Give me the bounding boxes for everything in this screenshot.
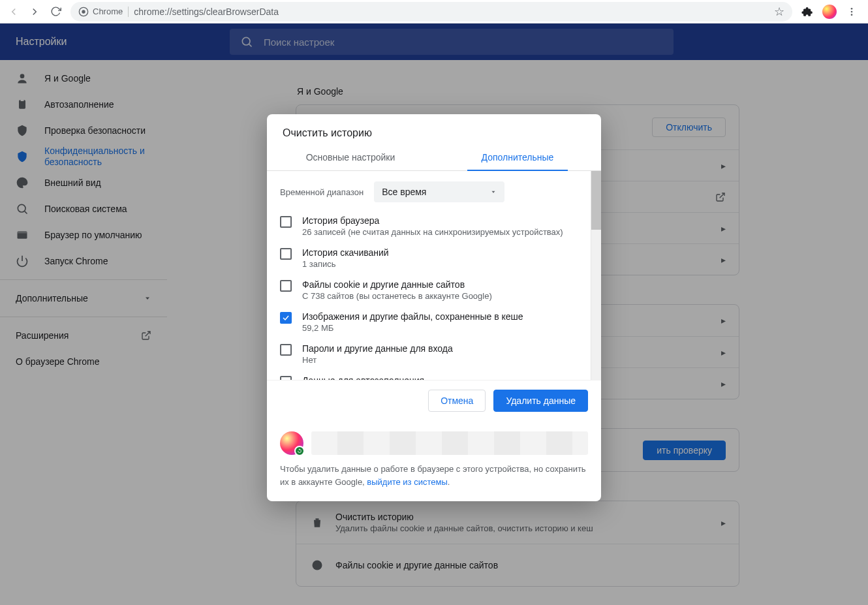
settings-title: Настройки [0,36,167,48]
sync-status-icon [294,446,305,456]
chevron-down-icon [490,189,497,195]
sidebar-item-people[interactable]: Я и Google [0,65,167,91]
clear-item-title: История скачиваний [302,247,389,258]
run-safety-check-button[interactable]: ить проверку [643,441,726,460]
sign-out-link[interactable]: выйдите из системы [367,477,447,487]
svg-line-6 [249,44,252,47]
dialog-body: Временной диапазон Все время История бра… [267,171,601,380]
omnibox-divider [128,7,129,17]
clear-item-title: История браузера [302,215,563,226]
time-range-select[interactable]: Все время [374,181,504,202]
star-icon[interactable]: ☆ [774,5,784,19]
clear-item-title: Пароли и другие данные для входа [302,343,453,354]
dialog-title: Очистить историю [267,114,601,144]
checkbox[interactable] [280,248,292,260]
svg-line-17 [720,193,724,198]
browser-icon [16,228,29,241]
settings-search[interactable] [230,29,674,55]
checkbox[interactable] [280,344,292,356]
svg-rect-8 [19,100,25,108]
clear-item-title: Изображения и другие файлы, сохраненные … [302,311,523,322]
chevron-right-icon: ▸ [721,518,726,528]
clear-item-title: Данные для автозаполнения [302,375,424,380]
checkbox[interactable] [280,216,292,228]
sidebar-item-on-startup[interactable]: Запуск Chrome [0,248,167,274]
chevron-down-icon [144,294,151,302]
svg-rect-13 [18,231,27,233]
clear-browsing-data-row[interactable]: Очистить историю Удалить файлы cookie и … [296,501,739,544]
sidebar-item-default-browser[interactable]: Браузер по умолчанию [0,222,167,248]
clear-item-subtitle: 1 запись [302,259,389,269]
section-people-title: Я и Google [296,76,739,104]
svg-point-3 [851,10,853,12]
palette-icon [16,176,29,189]
checkbox[interactable] [280,280,292,292]
clear-item-row[interactable]: История скачиваний1 запись [280,242,588,274]
forward-button[interactable] [25,2,44,22]
chevron-right-icon: ▸ [721,223,726,234]
svg-point-4 [851,14,853,16]
search-icon [240,35,253,48]
settings-search-input[interactable] [264,37,663,48]
sidebar-extensions-link[interactable]: Расширения [0,322,167,349]
cancel-button[interactable]: Отмена [428,390,486,412]
browser-toolbar: Chrome chrome://settings/clearBrowserDat… [0,0,868,23]
settings-sidebar: Я и Google Автозаполнение Проверка безоп… [0,60,167,605]
dialog-actions: Отмена Удалить данные [267,380,601,421]
cookies-row[interactable]: Файлы cookie и другие данные сайтов [296,544,739,586]
svg-point-22 [313,561,322,570]
confirm-delete-button[interactable]: Удалить данные [493,390,588,412]
cookie-icon [309,559,325,572]
svg-line-16 [146,332,150,336]
sidebar-item-privacy[interactable]: Конфиденциальность и безопасность [0,144,167,170]
dialog-footer: Чтобы удалить данные о работе в браузере… [267,421,601,501]
clear-item-row[interactable]: Пароли и другие данные для входаНет [280,338,588,370]
open-external-icon [141,330,151,341]
clear-item-row[interactable]: История браузера26 записей (не считая да… [280,210,588,242]
svg-rect-9 [21,99,24,101]
checkbox[interactable] [280,312,292,324]
power-icon [16,255,29,268]
url-text: chrome://settings/clearBrowserData [134,7,279,17]
search-icon [16,202,29,215]
svg-marker-23 [492,191,495,193]
tab-basic[interactable]: Основные настройки [267,144,434,170]
clear-item-subtitle: 26 записей (не считая данных на синхрони… [302,227,563,237]
person-icon [16,72,29,85]
open-external-icon [715,192,726,202]
shield-icon [16,150,29,163]
svg-marker-15 [146,298,149,300]
clear-item-row[interactable]: Изображения и другие файлы, сохраненные … [280,306,588,338]
disable-sync-button[interactable]: Отключить [652,117,726,137]
clear-browsing-data-dialog: Очистить историю Основные настройки Допо… [267,114,601,501]
chrome-menu-button[interactable] [842,2,861,22]
clear-item-row[interactable]: Данные для автозаполнения [280,370,588,380]
reload-button[interactable] [46,2,65,22]
clear-item-subtitle: Нет [302,355,453,365]
extensions-button[interactable] [798,2,817,22]
sidebar-item-safety[interactable]: Проверка безопасности [0,117,167,144]
checkbox[interactable] [280,376,292,380]
svg-point-5 [242,37,250,45]
svg-point-10 [18,204,25,212]
chevron-right-icon: ▸ [721,347,726,358]
dialog-footer-text: Чтобы удалить данные о работе в браузере… [280,463,588,488]
sidebar-item-autofill[interactable]: Автозаполнение [0,91,167,117]
sidebar-about-link[interactable]: О браузере Chrome [0,349,167,375]
sidebar-item-appearance[interactable]: Внешний вид [0,170,167,196]
dialog-tabs: Основные настройки Дополнительные [267,144,601,171]
tab-advanced[interactable]: Дополнительные [434,144,601,170]
svg-point-2 [851,8,853,10]
sidebar-advanced-toggle[interactable]: Дополнительные [0,285,167,311]
back-button[interactable] [4,2,23,22]
chevron-right-icon: ▸ [721,379,726,389]
clipboard-icon [16,98,29,111]
sidebar-item-search[interactable]: Поисковая система [0,196,167,222]
profile-avatar-button[interactable] [820,2,839,22]
chevron-right-icon: ▸ [721,315,726,326]
shield-check-icon [16,124,29,137]
settings-header: Настройки [0,23,868,60]
chevron-right-icon: ▸ [721,255,726,265]
clear-item-row[interactable]: Файлы cookie и другие данные сайтовС 738… [280,274,588,306]
address-bar[interactable]: Chrome chrome://settings/clearBrowserDat… [70,2,792,22]
